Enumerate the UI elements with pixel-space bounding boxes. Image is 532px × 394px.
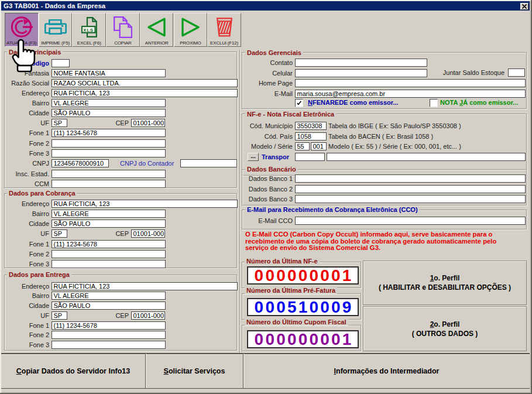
- svg-text:XLS: XLS: [83, 27, 94, 32]
